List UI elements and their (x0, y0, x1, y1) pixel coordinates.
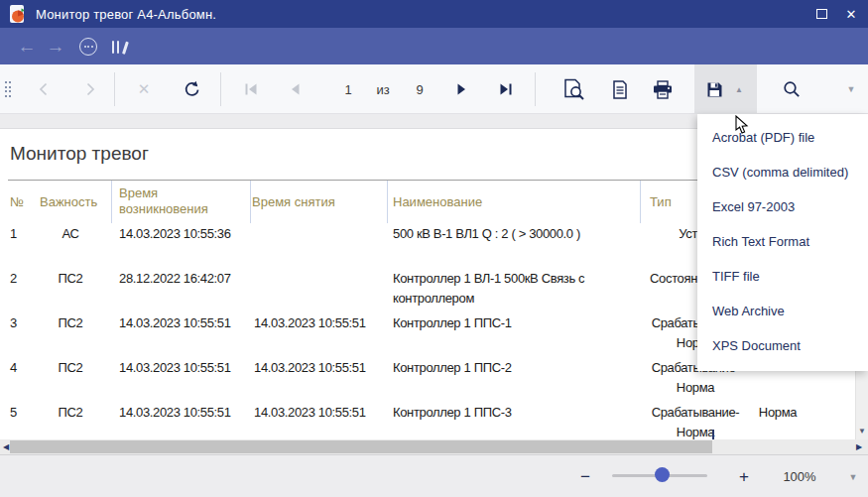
page-edge-mark (712, 430, 714, 439)
cell-num: 1 (10, 224, 32, 244)
column-divider (250, 181, 251, 223)
col-header-num: № (10, 181, 24, 222)
toolbar-divider (535, 72, 536, 106)
col-header-severity: Важность (40, 181, 97, 222)
page-setup-icon[interactable] (609, 64, 631, 114)
export-dropdown-caret-icon: ▲ (730, 64, 748, 114)
app-icon (8, 4, 28, 29)
cell-name: Контроллер 1 ВЛ-1 500кВ Связь с контролл… (393, 269, 606, 309)
cell-severity: АС (30, 224, 111, 244)
report-title: Монитор тревог (10, 143, 149, 165)
page-number[interactable]: 1 (339, 64, 357, 114)
toolbar-divider (220, 72, 221, 106)
report-toolbar: ✕ 1 из 9 (0, 64, 868, 114)
cell-severity: ПС2 (30, 313, 111, 333)
cell-num: 2 (10, 269, 32, 289)
cell-severity: ПС2 (30, 269, 111, 289)
cell-time-raised: 14.03.2023 10:55:51 (119, 403, 250, 423)
zoom-in-button[interactable]: + (736, 455, 752, 497)
col-header-type: Тип (650, 181, 672, 222)
cell-time-raised: 28.12.2022 16:42:07 (119, 269, 250, 289)
cell-num: 5 (10, 403, 32, 423)
save-floppy-icon (702, 64, 726, 114)
grip-handle-icon[interactable] (2, 64, 14, 114)
close-icon: ✕ (846, 7, 857, 22)
window-title: Монитор тревог А4-Альбомн. (36, 7, 216, 22)
zoom-dropdown-icon[interactable]: ▼ (845, 455, 861, 497)
cell-name: 500 кВ В-1 ВЛ1 Q : 2 ( > 30000.0 ) (393, 224, 606, 244)
page-total: 9 (412, 64, 428, 114)
browser-navbar: ← → (0, 28, 868, 64)
export-menu-item[interactable]: TIFF file (697, 259, 868, 294)
cell-time-cleared: 14.03.2023 10:55:51 (254, 358, 385, 378)
export-format-menu: Acrobat (PDF) file CSV (comma delimited)… (697, 114, 868, 371)
cell-time-raised: 14.03.2023 10:55:36 (119, 224, 250, 244)
mouse-cursor (735, 115, 749, 139)
scroll-left-icon[interactable]: ◀ (3, 439, 9, 454)
col-header-name: Наименование (393, 181, 482, 222)
column-divider (640, 181, 641, 223)
prev-page-icon[interactable] (286, 64, 304, 114)
print-preview-icon[interactable] (561, 64, 585, 114)
last-page-icon[interactable] (496, 64, 516, 114)
table-row: 5 ПС2 14.03.2023 10:55:51 14.03.2023 10:… (0, 399, 855, 439)
zoom-out-button[interactable]: − (577, 455, 593, 497)
circle-menu-icon[interactable] (75, 28, 101, 64)
export-menu-item[interactable]: XPS Document (697, 328, 868, 363)
refresh-icon[interactable] (181, 64, 202, 114)
nav-back-icon[interactable]: ← (14, 28, 40, 64)
app-window: Монитор тревог А4-Альбомн. ✕ ← → ✕ (0, 0, 868, 497)
cell-name: Контроллер 1 ППС-3 (393, 403, 606, 423)
cell-time-cleared: 14.03.2023 10:55:51 (254, 313, 385, 333)
zoom-slider-thumb[interactable] (655, 467, 670, 482)
cell-time-raised: 14.03.2023 10:55:51 (119, 358, 250, 378)
cell-type: Срабатывание- Норма (640, 403, 751, 439)
page-of-label: из (371, 64, 395, 114)
cell-num: 4 (10, 358, 32, 378)
export-menu-item[interactable]: Web Archive (697, 294, 868, 328)
col-header-time-raised: Время возникновения (119, 181, 218, 222)
cell-time-cleared: 14.03.2023 10:55:51 (254, 403, 385, 423)
maximize-button[interactable] (806, 0, 836, 28)
scroll-right-icon[interactable]: ▶ (856, 439, 862, 454)
cell-severity: ПС2 (30, 403, 111, 423)
toolbar-overflow-icon[interactable]: ▼ (841, 64, 861, 114)
cell-time-raised: 14.03.2023 10:55:51 (119, 313, 250, 333)
export-menu-item[interactable]: Excel 97-2003 (697, 189, 868, 224)
history-back-icon[interactable] (34, 64, 54, 114)
horizontal-scrollbar[interactable]: ◀ ▶ (0, 439, 868, 454)
column-divider (111, 181, 112, 223)
nav-forward-icon[interactable]: → (43, 28, 68, 64)
library-icon[interactable] (105, 28, 131, 64)
export-menu-item[interactable]: Rich Text Format (697, 224, 868, 259)
toolbar-divider (114, 72, 115, 106)
horizontal-scroll-thumb[interactable] (10, 440, 712, 453)
search-icon[interactable] (780, 64, 804, 114)
close-button[interactable]: ✕ (836, 0, 866, 28)
zoom-level[interactable]: 100% (780, 455, 819, 497)
scroll-down-icon[interactable]: ▼ (858, 427, 866, 435)
cell-state: Норма (736, 403, 819, 423)
cell-severity: ПС2 (30, 358, 111, 378)
maximize-icon (816, 9, 827, 19)
cell-name: Контроллер 1 ППС-2 (393, 358, 606, 378)
statusbar: − + 100% ▼ (0, 454, 868, 497)
cell-num: 3 (10, 313, 32, 333)
history-forward-icon[interactable] (80, 64, 100, 114)
cell-name: Контроллер 1 ППС-1 (393, 313, 606, 333)
col-header-time-cleared: Время снятия (252, 181, 335, 222)
export-menu-item[interactable]: Acrobat (PDF) file (697, 120, 868, 155)
titlebar: Монитор тревог А4-Альбомн. ✕ (0, 0, 868, 28)
first-page-icon[interactable] (241, 64, 261, 114)
export-menu-item[interactable]: CSV (comma delimited) (697, 155, 868, 189)
print-icon[interactable] (651, 64, 675, 114)
column-divider (387, 181, 388, 223)
cancel-icon[interactable]: ✕ (134, 64, 154, 114)
export-save-button[interactable]: ▲ (694, 64, 757, 114)
next-page-icon[interactable] (452, 64, 470, 114)
